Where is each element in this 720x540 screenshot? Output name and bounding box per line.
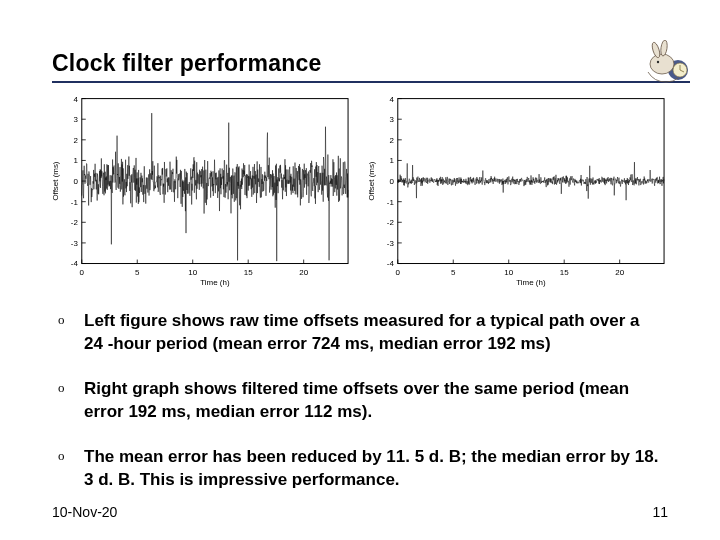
list-item: o Left figure shows raw time offsets mea…: [58, 310, 662, 356]
svg-text:-2: -2: [71, 218, 79, 227]
svg-text:15: 15: [244, 268, 253, 277]
svg-text:-2: -2: [387, 218, 395, 227]
svg-text:1: 1: [389, 156, 394, 165]
svg-text:20: 20: [615, 268, 624, 277]
svg-text:10: 10: [504, 268, 513, 277]
bullet-text: Left figure shows raw time offsets measu…: [84, 310, 662, 356]
svg-text:Time (h): Time (h): [200, 278, 230, 287]
svg-text:3: 3: [389, 115, 394, 124]
svg-text:Offset (ms): Offset (ms): [51, 161, 60, 200]
charts-row: -4-3-2-10123405101520Time (h)Offset (ms)…: [48, 92, 672, 288]
svg-text:-3: -3: [71, 239, 79, 248]
svg-text:5: 5: [451, 268, 456, 277]
svg-text:-3: -3: [387, 239, 395, 248]
list-item: o The mean error has been reduced by 11.…: [58, 446, 662, 492]
svg-text:-1: -1: [71, 198, 79, 207]
bullet-list: o Left figure shows raw time offsets mea…: [58, 310, 662, 514]
svg-text:20: 20: [299, 268, 308, 277]
footer: 10-Nov-20 11: [52, 504, 668, 520]
svg-text:-4: -4: [71, 260, 79, 269]
slide: Clock filter performance -4-3-2-10123405…: [0, 0, 720, 540]
bullet-text: Right graph shows filtered time offsets …: [84, 378, 662, 424]
page-title: Clock filter performance: [52, 50, 321, 77]
svg-point-3: [660, 40, 668, 56]
title-wrap: Clock filter performance: [52, 50, 690, 83]
svg-text:4: 4: [389, 95, 394, 104]
bullet-mark: o: [58, 310, 84, 328]
bullet-text: The mean error has been reduced by 11. 5…: [84, 446, 662, 492]
svg-point-1: [650, 54, 674, 74]
svg-text:-1: -1: [387, 198, 395, 207]
svg-text:0: 0: [73, 177, 78, 186]
footer-date: 10-Nov-20: [52, 504, 117, 520]
logo-rabbit-icon: [638, 40, 694, 86]
svg-text:10: 10: [188, 268, 197, 277]
svg-text:15: 15: [560, 268, 569, 277]
svg-text:2: 2: [389, 136, 394, 145]
svg-text:Offset (ms): Offset (ms): [367, 161, 376, 200]
svg-point-2: [651, 41, 662, 58]
svg-text:3: 3: [73, 115, 78, 124]
chart-right-filtered: -4-3-2-10123405101520Time (h)Offset (ms): [364, 92, 672, 288]
list-item: o Right graph shows filtered time offset…: [58, 378, 662, 424]
svg-text:0: 0: [389, 177, 394, 186]
svg-text:4: 4: [73, 95, 78, 104]
bullet-mark: o: [58, 378, 84, 396]
footer-page: 11: [652, 504, 668, 520]
bullet-mark: o: [58, 446, 84, 464]
svg-text:Time (h): Time (h): [516, 278, 546, 287]
svg-text:-4: -4: [387, 260, 395, 269]
svg-text:0: 0: [80, 268, 85, 277]
svg-text:2: 2: [73, 136, 78, 145]
svg-text:1: 1: [73, 156, 78, 165]
chart-left-raw: -4-3-2-10123405101520Time (h)Offset (ms): [48, 92, 356, 288]
svg-point-4: [657, 61, 659, 63]
svg-text:5: 5: [135, 268, 140, 277]
svg-text:0: 0: [396, 268, 401, 277]
